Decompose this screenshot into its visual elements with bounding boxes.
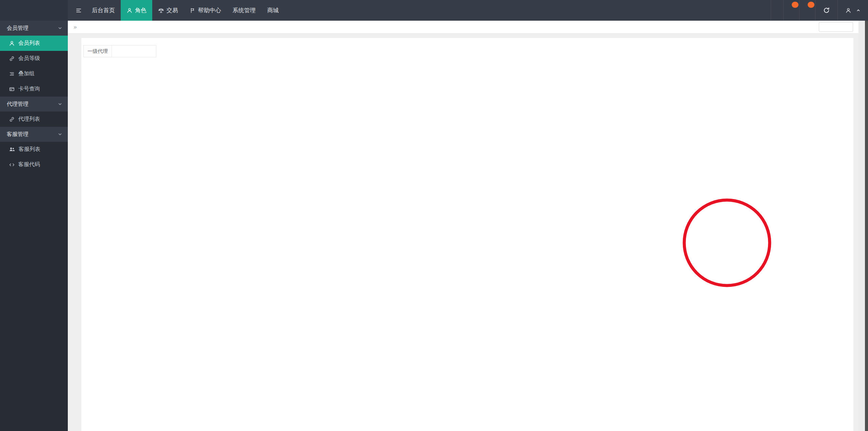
breadcrumb-bar: » <box>68 21 859 34</box>
flag-icon <box>190 7 196 14</box>
nav-item-label: 交易 <box>166 6 178 14</box>
layers-icon <box>9 71 15 77</box>
sidebar-group-label: 客服管理 <box>7 131 28 138</box>
withdraw-link[interactable] <box>799 0 815 21</box>
nav-item-label: 系统管理 <box>233 6 256 14</box>
recharge-badge <box>792 2 798 8</box>
sidebar-item-label: 叠加组 <box>18 70 35 77</box>
sidebar-group-agent-management[interactable]: 代理管理 <box>0 97 68 112</box>
brand-logo <box>0 0 68 21</box>
sidebar-item-member-list[interactable]: 会员列表 <box>0 36 68 51</box>
person-icon <box>9 40 15 46</box>
chevron-down-icon <box>58 102 62 106</box>
chevron-up-icon <box>856 8 861 13</box>
refresh-icon <box>823 7 830 14</box>
nav-item-roles[interactable]: 角色 <box>121 0 152 21</box>
link-icon <box>9 116 15 122</box>
chevron-down-icon <box>58 26 62 31</box>
scrollbar-thumb[interactable] <box>865 21 868 431</box>
top-navbar: 后台首页角色交易帮助中心系统管理商城 <box>0 0 868 21</box>
withdraw-badge <box>808 2 814 8</box>
main-menu: 后台首页角色交易帮助中心系统管理商城 <box>86 0 284 21</box>
nav-item-help-center[interactable]: 帮助中心 <box>184 0 227 21</box>
sidebar-item-service-code[interactable]: 客服代码 <box>0 157 68 172</box>
code-icon <box>9 162 15 168</box>
sidebar-item-label: 卡号查询 <box>18 85 40 93</box>
card-icon <box>9 86 15 92</box>
nav-item-home[interactable]: 后台首页 <box>86 0 121 21</box>
sidebar-item-label: 会员列表 <box>18 40 40 47</box>
chevron-down-icon <box>58 132 62 137</box>
filter-label: 一级代理 <box>84 45 112 57</box>
main-content: » 一级代理 <box>68 21 859 431</box>
nav-item-label: 后台首页 <box>92 6 115 14</box>
sidebar-item-label: 客服列表 <box>19 146 40 153</box>
sidebar-item-label: 客服代码 <box>18 161 40 168</box>
navbar-right <box>771 0 868 21</box>
nav-item-trade[interactable]: 交易 <box>152 0 184 21</box>
sidebar-group-label: 代理管理 <box>7 101 28 108</box>
nav-item-system[interactable]: 系统管理 <box>227 0 261 21</box>
nav-item-label: 商城 <box>267 6 279 14</box>
refresh-button[interactable] <box>815 0 837 21</box>
admin-menu[interactable] <box>837 0 868 21</box>
nav-item-label: 角色 <box>135 6 146 14</box>
sidebar-item-label: 会员等级 <box>18 55 40 62</box>
hamburger-icon <box>76 7 82 14</box>
sidebar-item-agent-list[interactable]: 代理列表 <box>0 112 68 127</box>
person-icon <box>126 7 133 14</box>
scales-icon <box>158 7 164 14</box>
sidebar-item-stack-group[interactable]: 叠加组 <box>0 66 68 81</box>
filter-select-agent-level1: 一级代理 <box>83 45 156 57</box>
sidebar-toggle-icon[interactable] <box>71 0 86 21</box>
sidebar-group-service-management[interactable]: 客服管理 <box>0 127 68 142</box>
sidebar: 会员管理会员列表会员等级叠加组卡号查询代理管理代理列表客服管理客服列表客服代码 <box>0 21 68 431</box>
recharge-link[interactable] <box>783 0 799 21</box>
sidebar-item-card-query[interactable]: 卡号查询 <box>0 81 68 97</box>
local-time-block <box>771 0 783 21</box>
sidebar-item-label: 代理列表 <box>18 116 40 123</box>
sidebar-group-member-management[interactable]: 会员管理 <box>0 21 68 36</box>
member-list-panel: 一级代理 <box>81 38 853 431</box>
link-icon <box>9 56 15 62</box>
nav-item-label: 帮助中心 <box>198 6 221 14</box>
filter-row-1: 一级代理 <box>81 45 853 57</box>
sidebar-group-label: 会员管理 <box>7 25 28 32</box>
user-icon <box>845 7 851 14</box>
people-icon <box>9 146 15 153</box>
sidebar-item-member-level[interactable]: 会员等级 <box>0 51 68 66</box>
breadcrumb-chevrons-icon: » <box>74 24 77 31</box>
scrollbar-track <box>859 21 868 431</box>
nav-item-mall[interactable]: 商城 <box>261 0 284 21</box>
add-member-button[interactable] <box>819 22 853 32</box>
sidebar-item-service-list[interactable]: 客服列表 <box>0 142 68 157</box>
